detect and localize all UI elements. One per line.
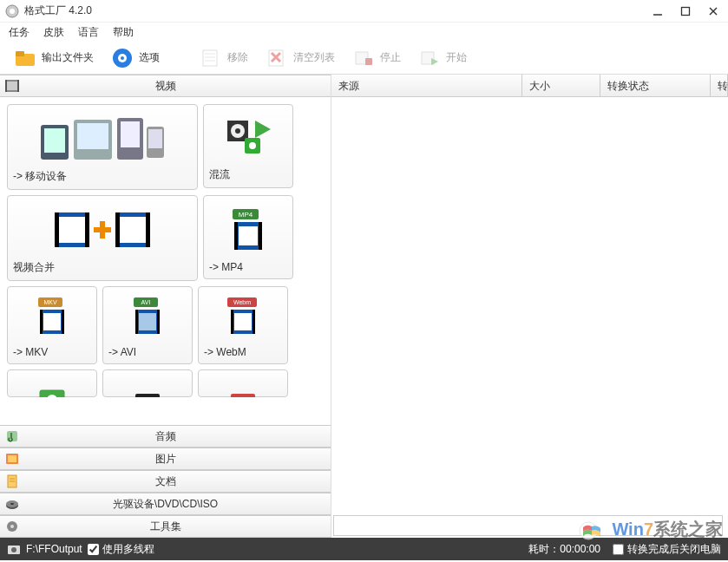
tools-gear-icon <box>0 520 24 533</box>
remove-button[interactable]: 移除 <box>194 44 253 72</box>
svg-rect-71 <box>234 313 252 330</box>
svg-point-36 <box>235 128 240 134</box>
clear-button[interactable]: 清空列表 <box>260 44 340 72</box>
svg-point-38 <box>249 142 256 149</box>
output-folder-button[interactable]: 输出文件夹 <box>9 44 99 72</box>
start-label: 开始 <box>446 50 467 65</box>
stop-icon <box>352 47 375 69</box>
close-button[interactable] <box>704 3 723 19</box>
tile-avi[interactable]: AVI -> AVI <box>102 286 193 364</box>
category-disc[interactable]: 光驱设备\DVD\CD\ISO <box>0 493 331 515</box>
svg-rect-72 <box>231 310 233 334</box>
multithread-label: 使用多线程 <box>102 542 154 557</box>
svg-rect-73 <box>253 310 255 334</box>
statusbar: F:\FFOutput 使用多线程 耗时：00:00:00 转换完成后关闭电脑 <box>0 538 728 560</box>
film-icon <box>0 79 24 93</box>
tile-mp4[interactable]: MP4 -> MP4 <box>203 195 293 279</box>
format-icon <box>13 376 91 397</box>
gif-icon: GIF <box>108 376 187 397</box>
shutdown-input[interactable] <box>613 544 624 555</box>
category-document[interactable]: 文档 <box>0 470 331 493</box>
camera-icon <box>7 543 21 555</box>
multithread-checkbox[interactable]: 使用多线程 <box>88 542 154 557</box>
svg-text:GIF: GIF <box>141 395 153 397</box>
stop-button[interactable]: 停止 <box>347 44 406 72</box>
col-status[interactable]: 转换状态 <box>600 75 711 96</box>
svg-rect-59 <box>43 313 61 330</box>
svg-rect-33 <box>148 129 162 148</box>
svg-text:AVI: AVI <box>141 299 151 305</box>
app-logo-icon <box>5 4 19 18</box>
shutdown-checkbox[interactable]: 转换完成后关闭电脑 <box>613 542 721 557</box>
tile-webm[interactable]: Webm -> WebM <box>198 286 288 364</box>
menu-help[interactable]: 帮助 <box>113 25 134 40</box>
svg-rect-48 <box>115 212 120 247</box>
svg-rect-7 <box>16 51 24 56</box>
start-button[interactable]: 开始 <box>413 44 472 72</box>
gear-icon <box>111 47 134 69</box>
tile-join-label: 视频合并 <box>13 257 192 275</box>
category-tools[interactable]: 工具集 <box>0 515 331 538</box>
tile-mux[interactable]: 混流 <box>203 104 293 188</box>
tile-partial-1[interactable] <box>7 369 97 397</box>
mp4-icon: MP4 <box>209 201 287 258</box>
options-button[interactable]: 选项 <box>106 44 165 72</box>
clear-icon <box>266 47 288 69</box>
stop-label: 停止 <box>380 50 401 65</box>
svg-rect-60 <box>40 310 43 334</box>
tile-video-join[interactable]: 视频合并 <box>7 195 198 281</box>
remove-icon <box>200 47 222 69</box>
tile-avi-label: -> AVI <box>108 343 187 358</box>
menu-language[interactable]: 语言 <box>78 25 99 40</box>
shutdown-label: 转换完成后关闭电脑 <box>627 542 721 557</box>
tile-wmv[interactable]: WMV <box>198 369 288 397</box>
col-size[interactable]: 大小 <box>522 75 600 96</box>
multithread-input[interactable] <box>88 544 99 555</box>
tile-mobile-device[interactable]: -> 移动设备 <box>7 104 198 190</box>
svg-rect-82 <box>8 455 16 462</box>
svg-rect-3 <box>682 7 690 15</box>
titlebar: 格式工厂 4.2.0 <box>0 0 728 23</box>
wmv-icon: WMV <box>204 376 282 397</box>
svg-point-88 <box>10 503 14 505</box>
svg-rect-46 <box>55 212 59 247</box>
svg-marker-21 <box>431 58 438 65</box>
category-picture-label: 图片 <box>24 452 331 467</box>
svg-rect-19 <box>365 58 372 65</box>
category-audio[interactable]: 音频 <box>0 425 331 448</box>
window-title: 格式工厂 4.2.0 <box>24 3 648 18</box>
svg-rect-53 <box>239 226 258 245</box>
task-list[interactable] <box>331 97 728 513</box>
tile-mux-label: 混流 <box>209 164 287 182</box>
svg-rect-54 <box>234 222 238 250</box>
svg-rect-61 <box>62 310 64 334</box>
svg-rect-67 <box>157 310 160 334</box>
tile-gif[interactable]: GIF <box>102 369 193 397</box>
col-extra[interactable]: 转 <box>711 75 728 96</box>
output-folder-label: 输出文件夹 <box>42 50 94 65</box>
tile-mp4-label: -> MP4 <box>209 258 287 273</box>
output-path[interactable]: F:\FFOutput <box>26 543 82 555</box>
menu-skin[interactable]: 皮肤 <box>43 25 64 40</box>
col-source[interactable]: 来源 <box>331 75 522 96</box>
tile-mkv-label: -> MKV <box>13 343 91 358</box>
options-label: 选项 <box>139 50 160 65</box>
svg-point-1 <box>10 9 15 14</box>
tile-mkv[interactable]: MKV -> MKV <box>7 286 97 364</box>
minimize-button[interactable] <box>648 3 667 19</box>
svg-rect-43 <box>120 217 146 243</box>
remove-label: 移除 <box>227 50 248 65</box>
category-video-label: 视频 <box>24 79 331 94</box>
category-picture[interactable]: 图片 <box>0 448 331 470</box>
category-video[interactable]: 视频 <box>0 75 331 97</box>
maximize-button[interactable] <box>676 3 695 19</box>
tile-webm-label: -> WebM <box>204 343 282 358</box>
svg-rect-49 <box>146 212 150 247</box>
svg-rect-23 <box>7 82 17 90</box>
svg-rect-65 <box>139 313 156 330</box>
disc-icon <box>0 497 24 511</box>
menu-task[interactable]: 任务 <box>9 25 30 40</box>
mobile-devices-icon <box>13 110 192 166</box>
document-icon <box>0 474 24 488</box>
video-tiles-grid: -> 移动设备 混流 <box>0 97 331 425</box>
